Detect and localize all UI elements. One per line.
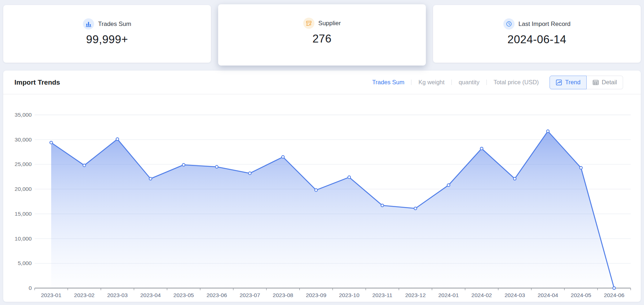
svg-text:2023-03: 2023-03 — [107, 292, 128, 298]
trend-button[interactable]: Trend — [550, 76, 587, 89]
tab-separator — [411, 80, 411, 85]
stat-card-header: Supplier — [303, 18, 341, 29]
dashboard-page: Trades Sum 99,999+ Supplier 27 — [0, 0, 644, 305]
svg-text:2024-06: 2024-06 — [604, 292, 625, 298]
metric-tabs: Trades Sum Kg weight quantity Total pric… — [372, 79, 539, 86]
clock-icon — [503, 18, 515, 30]
panel-title: Import Trends — [14, 79, 60, 86]
svg-text:2023-12: 2023-12 — [405, 292, 426, 298]
svg-text:10,000: 10,000 — [15, 236, 32, 242]
stat-card-last-import-record[interactable]: Last Import Record 2024-06-14 — [433, 5, 641, 63]
svg-text:2023-01: 2023-01 — [41, 292, 61, 298]
tab-total-price-usd[interactable]: Total price (USD) — [494, 79, 539, 86]
tab-quantity[interactable]: quantity — [459, 79, 480, 86]
detail-button[interactable]: Detail — [587, 76, 623, 89]
tab-kg-weight[interactable]: Kg weight — [418, 79, 444, 86]
svg-text:5,000: 5,000 — [18, 260, 32, 266]
detail-button-label: Detail — [602, 79, 617, 86]
svg-text:25,000: 25,000 — [15, 161, 32, 167]
svg-text:2024-02: 2024-02 — [471, 292, 492, 298]
stat-card-header: Trades Sum — [83, 18, 131, 30]
table-icon — [592, 79, 599, 86]
svg-text:2023-08: 2023-08 — [273, 292, 293, 298]
svg-text:2023-02: 2023-02 — [74, 292, 94, 298]
svg-text:2023-09: 2023-09 — [306, 292, 326, 298]
stat-card-trades-sum[interactable]: Trades Sum 99,999+ — [3, 5, 211, 63]
stats-row: Trades Sum 99,999+ Supplier 27 — [0, 0, 644, 66]
svg-text:20,000: 20,000 — [15, 186, 32, 192]
bar-chart-icon — [83, 18, 94, 30]
trend-chart-icon — [556, 79, 562, 86]
view-toggle: Trend Detail — [550, 76, 623, 89]
stat-card-supplier[interactable]: Supplier 276 — [218, 4, 426, 66]
svg-text:2024-04: 2024-04 — [538, 292, 558, 298]
trend-area-chart: 05,00010,00015,00020,00025,00030,00035,0… — [3, 94, 641, 302]
tab-separator — [451, 80, 452, 85]
svg-text:2023-05: 2023-05 — [173, 292, 194, 298]
stat-card-label: Supplier — [318, 20, 341, 27]
trend-chart-area: 05,00010,00015,00020,00025,00030,00035,0… — [3, 94, 641, 302]
svg-text:2023-06: 2023-06 — [207, 292, 227, 298]
svg-text:30,000: 30,000 — [15, 136, 32, 143]
svg-text:2024-01: 2024-01 — [438, 292, 459, 298]
stat-card-label: Trades Sum — [98, 21, 131, 28]
stat-card-value: 276 — [312, 32, 331, 45]
svg-text:2023-11: 2023-11 — [372, 292, 392, 298]
tab-separator — [486, 80, 487, 85]
svg-text:0: 0 — [28, 285, 32, 291]
trend-button-label: Trend — [565, 79, 581, 86]
svg-text:15,000: 15,000 — [15, 211, 32, 217]
import-trends-panel: Import Trends Trades Sum Kg weight quant… — [3, 71, 641, 302]
stat-card-value: 99,999+ — [86, 33, 128, 46]
svg-text:2024-03: 2024-03 — [504, 292, 525, 298]
svg-text:35,000: 35,000 — [15, 112, 32, 118]
tab-trades-sum[interactable]: Trades Sum — [372, 79, 404, 86]
store-icon — [303, 18, 314, 29]
svg-text:2023-07: 2023-07 — [239, 292, 260, 298]
panel-header: Import Trends Trades Sum Kg weight quant… — [3, 71, 641, 94]
svg-text:2023-04: 2023-04 — [140, 292, 161, 298]
stat-card-label: Last Import Record — [519, 21, 571, 28]
svg-text:2024-05: 2024-05 — [571, 292, 591, 298]
stat-card-header: Last Import Record — [503, 18, 571, 30]
svg-text:2023-10: 2023-10 — [339, 292, 360, 298]
stat-card-value: 2024-06-14 — [507, 33, 566, 46]
